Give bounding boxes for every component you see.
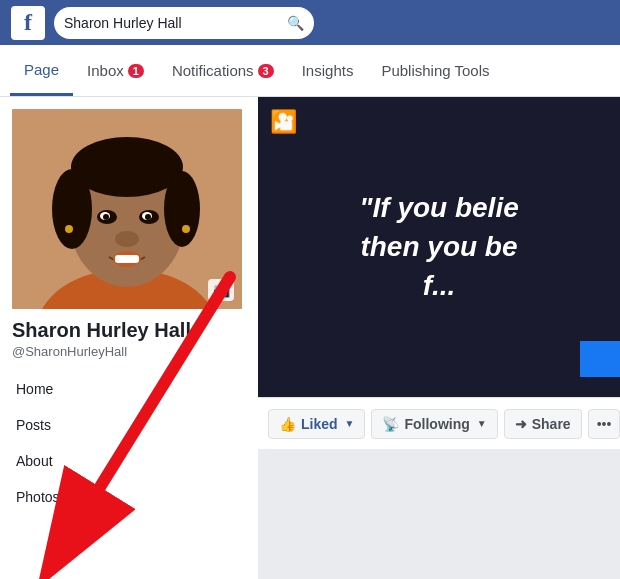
svg-point-5 <box>52 169 92 249</box>
tab-inbox[interactable]: Inbox 1 <box>73 45 158 96</box>
liked-button[interactable]: 👍 Liked ▼ <box>268 409 365 439</box>
fb-icon: f <box>11 6 45 40</box>
following-chevron-icon: ▼ <box>477 418 487 429</box>
cover-photo: 🎦 "If you belie then you be f... <box>258 97 620 397</box>
tab-page[interactable]: Page <box>10 45 73 96</box>
action-bar: 👍 Liked ▼ 📡 Following ▼ ➜ Share ••• <box>258 397 620 449</box>
tab-insights[interactable]: Insights <box>288 45 368 96</box>
video-icon: 🎦 <box>270 109 297 135</box>
thumbs-up-icon: 👍 <box>279 416 296 432</box>
svg-point-6 <box>164 171 200 247</box>
cover-quote: "If you belie then you be f... <box>276 188 602 306</box>
sidebar-item-posts[interactable]: Posts <box>0 407 258 443</box>
page-name: Sharon Hurley Hall <box>12 319 246 342</box>
profile-photo-container: 📷 <box>12 109 246 309</box>
cover-blue-button[interactable] <box>580 341 620 377</box>
sidebar-item-home[interactable]: Home <box>0 371 258 407</box>
sidebar-navigation: Home Posts About Photos <box>0 371 258 515</box>
left-sidebar: 📷 Sharon Hurley Hall @SharonHurleyHall H… <box>0 97 258 579</box>
search-bar[interactable]: 🔍 <box>54 7 314 39</box>
svg-point-13 <box>115 231 139 247</box>
liked-chevron-icon: ▼ <box>345 418 355 429</box>
notifications-badge: 3 <box>258 64 274 78</box>
page-navigation: Page Inbox 1 Notifications 3 Insights Pu… <box>0 45 620 97</box>
svg-point-16 <box>65 225 73 233</box>
top-navigation-bar: f 🔍 <box>0 0 620 45</box>
share-button[interactable]: ➜ Share <box>504 409 582 439</box>
camera-icon[interactable]: 📷 <box>208 279 234 301</box>
svg-point-17 <box>182 225 190 233</box>
share-icon: ➜ <box>515 416 527 432</box>
sidebar-item-about[interactable]: About <box>0 443 258 479</box>
right-content: 🎦 "If you belie then you be f... 👍 Liked… <box>258 97 620 579</box>
inbox-badge: 1 <box>128 64 144 78</box>
more-options-button[interactable]: ••• <box>588 409 620 439</box>
rss-icon: 📡 <box>382 416 399 432</box>
more-dots-icon: ••• <box>597 416 612 432</box>
search-input[interactable] <box>64 15 281 31</box>
svg-point-12 <box>145 214 151 220</box>
tab-notifications[interactable]: Notifications 3 <box>158 45 288 96</box>
main-content: 📷 Sharon Hurley Hall @SharonHurleyHall H… <box>0 97 620 579</box>
sidebar-item-photos[interactable]: Photos <box>0 479 258 515</box>
profile-photo: 📷 <box>12 109 242 309</box>
following-button[interactable]: 📡 Following ▼ <box>371 409 497 439</box>
svg-rect-15 <box>115 255 139 263</box>
page-handle: @SharonHurleyHall <box>12 344 246 359</box>
tab-publishing-tools[interactable]: Publishing Tools <box>367 45 503 96</box>
svg-point-11 <box>103 214 109 220</box>
search-icon: 🔍 <box>287 15 304 31</box>
facebook-logo[interactable]: f <box>10 5 46 41</box>
